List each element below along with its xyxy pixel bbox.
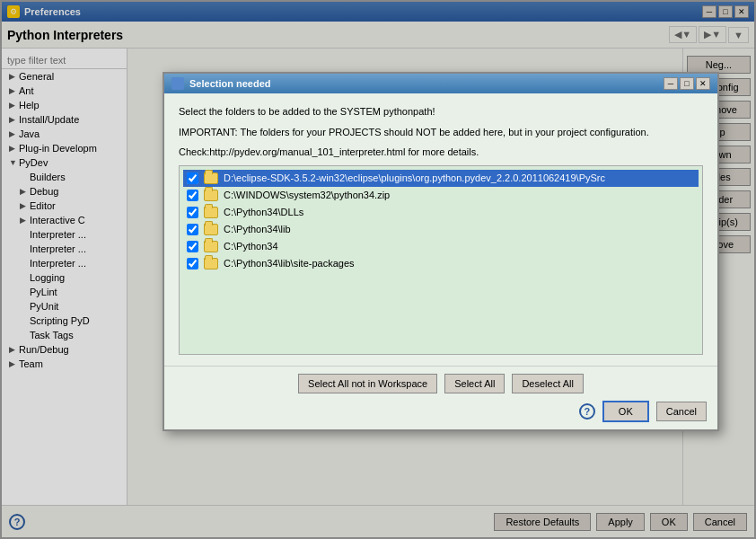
modal-list: D:\eclipse-SDK-3.5.2-win32\eclipse\plugi… (179, 165, 703, 356)
modal-title-bar: Selection needed ─ □ ✕ (164, 74, 717, 93)
folder-icon (204, 241, 218, 252)
list-item-checkbox[interactable] (187, 190, 198, 201)
list-item[interactable]: D:\eclipse-SDK-3.5.2-win32\eclipse\plugi… (183, 170, 699, 187)
modal-ok-button[interactable]: OK (602, 401, 649, 422)
modal-close-button[interactable]: ✕ (696, 77, 710, 90)
list-item[interactable]: C:\Python34\lib (183, 221, 699, 238)
list-item-path: C:\Python34\DLLs (224, 207, 303, 217)
select-all-not-button[interactable]: Select All not in Workspace (298, 374, 437, 393)
modal-overlay: Selection needed ─ □ ✕ Select the folder… (2, 2, 754, 537)
modal-title-icon (171, 77, 184, 90)
modal-dialog: Selection needed ─ □ ✕ Select the folder… (163, 72, 719, 431)
folder-icon (204, 258, 218, 270)
list-item-checkbox[interactable] (187, 172, 198, 184)
modal-footer-ok: ? OK Cancel (175, 401, 707, 422)
deselect-all-button[interactable]: Deselect All (512, 374, 583, 393)
select-all-button[interactable]: Select All (444, 374, 505, 393)
list-item[interactable]: C:\Python34\lib\site-packages (183, 255, 699, 272)
list-item-path: D:\eclipse-SDK-3.5.2-win32\eclipse\plugi… (224, 172, 605, 183)
folder-icon (204, 190, 218, 201)
modal-message2: IMPORTANT: The folders for your PROJECTS… (179, 125, 703, 140)
folder-icon (204, 172, 218, 184)
modal-message1: Select the folders to be added to the SY… (179, 104, 703, 119)
modal-title: Selection needed (171, 77, 270, 90)
list-item-checkbox[interactable] (187, 207, 198, 218)
modal-footer-buttons: Select All not in Workspace Select All D… (175, 374, 707, 393)
modal-body: Select the folders to be added to the SY… (164, 93, 717, 366)
modal-title-buttons: ─ □ ✕ (664, 77, 710, 90)
modal-footer: Select All not in Workspace Select All D… (164, 366, 717, 429)
folder-icon (204, 207, 218, 218)
modal-message3: Check:http://pydev.org/manual_101_interp… (179, 145, 703, 160)
list-item-path: C:\Python34 (224, 241, 278, 252)
list-item-path: C:\Python34\lib\site-packages (224, 258, 355, 269)
list-item-checkbox[interactable] (187, 258, 198, 270)
list-item-path: C:\WINDOWS\system32\python34.zip (224, 190, 390, 200)
preferences-window: ⚙ Preferences ─ □ ✕ Python Interpreters … (0, 0, 756, 539)
modal-minimize-button[interactable]: ─ (664, 77, 678, 90)
list-item[interactable]: C:\WINDOWS\system32\python34.zip (183, 187, 699, 204)
list-item-checkbox[interactable] (187, 224, 198, 235)
folder-icon (204, 224, 218, 235)
modal-cancel-button[interactable]: Cancel (656, 402, 707, 421)
list-item-path: C:\Python34\lib (224, 224, 291, 234)
list-item[interactable]: C:\Python34 (183, 238, 699, 255)
list-item[interactable]: C:\Python34\DLLs (183, 204, 699, 221)
modal-maximize-button[interactable]: □ (680, 77, 694, 90)
list-item-checkbox[interactable] (187, 241, 198, 252)
modal-help-button[interactable]: ? (579, 403, 595, 420)
